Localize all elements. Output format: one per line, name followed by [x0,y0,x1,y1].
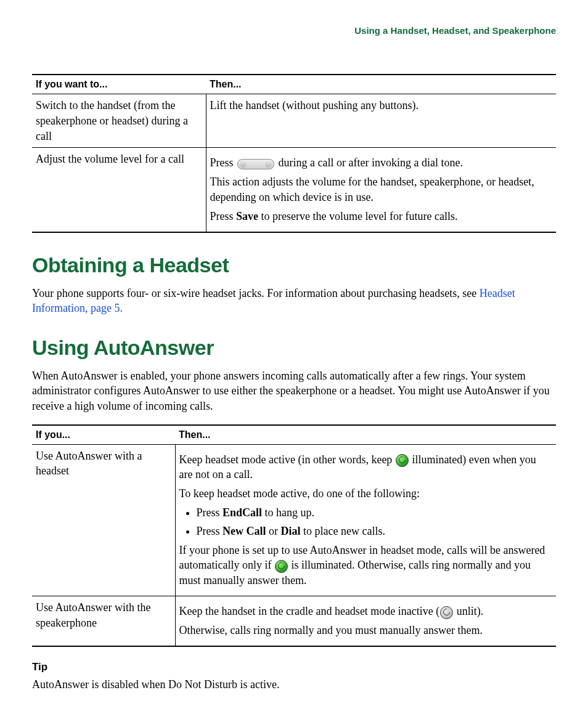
cell: Lift the handset (without pushing any bu… [206,94,556,147]
text-bold: EndCall [223,506,262,519]
text-bold: Save [236,210,258,222]
table-row: Switch to the handset (from the speakerp… [32,94,556,147]
cell: Switch to the handset (from the speakerp… [32,94,206,147]
table-row: Use AutoAnswer with the speakerphone Kee… [32,596,556,646]
cell: Use AutoAnswer with the speakerphone [32,596,175,646]
text: To keep headset mode active, do one of t… [179,486,553,501]
table-head: If you want to... [32,75,206,94]
text: to place new calls. [301,525,385,537]
cell: Adjust the volume level for a call [32,148,206,232]
cell: Keep headset mode active (in other words… [175,444,556,596]
table-head: Then... [175,425,556,444]
text: during a call or after invoking a dial t… [276,156,463,169]
cell: Press during a call or after invoking a … [206,148,556,232]
volume-rocker-icon [237,159,274,169]
text: Otherwise, calls ring normally and you m… [179,623,553,638]
text: to preserve the volume level for future … [258,210,457,222]
list-item: Press EndCall to hang up. [197,505,553,521]
text: Your phone supports four- or six-wire he… [32,287,480,299]
cell: Keep the handset in the cradle and heads… [175,596,556,646]
text-bold: Dial [281,525,301,537]
table-row: Use AutoAnswer with a headset Keep heads… [32,444,556,596]
text: This action adjusts the volume for the h… [210,174,553,205]
text: Press [197,506,223,519]
text: Keep the handset in the cradle and heads… [179,605,440,617]
text: unlit). [454,605,483,617]
audio-device-table: If you want to... Then... Switch to the … [32,74,556,232]
headset-button-on-icon [396,454,409,467]
table-row: Adjust the volume level for a call Press… [32,148,556,232]
paragraph: When AutoAnswer is enabled, your phone a… [32,368,556,413]
text: Keep headset mode active (in other words… [179,453,395,466]
text: or [266,525,281,537]
cell: Use AutoAnswer with a headset [32,444,175,596]
table-head: If you... [32,425,175,444]
text: Press [210,210,237,222]
text: Press [210,156,237,169]
list-item: Press New Call or Dial to place new call… [197,524,553,539]
heading-obtaining-headset: Obtaining a Headset [32,251,556,280]
text-bold: New Call [223,525,266,537]
list: Press EndCall to hang up. Press New Call… [197,505,553,539]
table-head: Then... [206,75,556,94]
tip-text: AutoAnswer is disabled when Do Not Distu… [32,677,556,692]
headset-button-off-icon [440,606,453,619]
page-header: Using a Handset, Headset, and Speakerpho… [32,25,556,37]
tip-label: Tip [32,660,556,675]
headset-button-on-icon [275,560,288,573]
heading-using-autoanswer: Using AutoAnswer [32,334,556,362]
text: Press [197,525,223,537]
autoanswer-table: If you... Then... Use AutoAnswer with a … [32,424,556,647]
paragraph: Your phone supports four- or six-wire he… [32,286,556,316]
text: to hang up. [262,506,314,519]
